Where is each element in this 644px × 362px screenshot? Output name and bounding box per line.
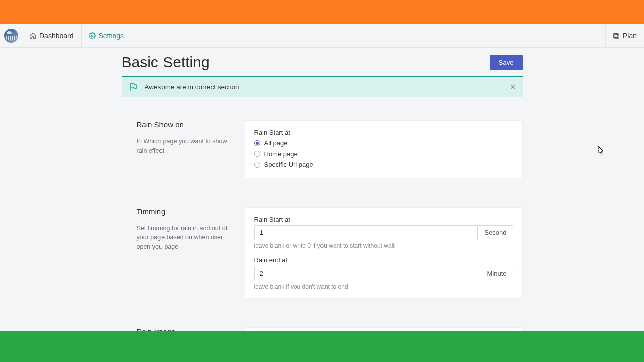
svg-rect-2 — [615, 35, 619, 39]
field-label: Rain Start at — [254, 129, 513, 136]
field-label: Rain Start at — [254, 216, 513, 223]
save-button[interactable]: Save — [490, 55, 523, 70]
section-rain-show: Rain Show on In Which page you want to s… — [122, 106, 523, 193]
field-label: Rain end at — [254, 256, 513, 264]
section-desc: In Which page you want to show rain effe… — [137, 137, 234, 156]
section-title: Rain Show on — [137, 120, 234, 129]
radio-icon — [254, 151, 260, 157]
rain-end-input[interactable] — [254, 266, 481, 281]
radio-label: Specific Url page — [264, 160, 313, 170]
page-title: Basic Setting — [122, 54, 210, 71]
nav-plan-label: Plan — [623, 32, 637, 40]
radio-home-page[interactable]: Home page — [254, 149, 513, 159]
svg-point-0 — [91, 35, 93, 37]
page-content: Basic Setting Save Awesome are in correc… — [122, 48, 523, 362]
nav-settings[interactable]: Settings — [82, 24, 132, 47]
help-text: leave blank if you don't want to end — [254, 283, 513, 290]
top-banner — [0, 0, 644, 24]
cursor-icon — [598, 146, 605, 156]
flag-icon — [129, 82, 138, 92]
nav-dashboard[interactable]: Dashboard — [22, 24, 82, 47]
input-suffix: Minute — [480, 266, 513, 281]
app-logo — [4, 29, 18, 43]
radio-specific-url[interactable]: Specific Url page — [254, 160, 513, 170]
help-text: leave blank or write 0 if you want to st… — [254, 242, 513, 249]
radio-label: Home page — [264, 149, 298, 159]
nav-dashboard-label: Dashboard — [39, 32, 74, 40]
section-title: Timming — [137, 207, 234, 216]
radio-all-page[interactable]: All page — [254, 138, 513, 148]
home-icon — [29, 32, 36, 39]
nav-plan[interactable]: Plan — [605, 24, 644, 47]
gear-icon — [89, 32, 96, 39]
nav-settings-label: Settings — [99, 32, 124, 40]
close-icon[interactable]: × — [510, 82, 516, 92]
radio-label: All page — [264, 138, 288, 148]
radio-icon — [254, 162, 260, 168]
section-timing: Timming Set timming for rain in and out … — [122, 193, 523, 313]
notice-text: Awesome are in correct section — [145, 83, 503, 91]
plan-icon — [613, 32, 620, 39]
radio-icon — [254, 140, 260, 146]
bottom-banner — [0, 331, 644, 362]
notice-banner: Awesome are in correct section × — [122, 76, 523, 97]
radio-group-rain-show: All page Home page Specific Url page — [254, 138, 513, 170]
section-desc: Set timming for rain in and out of your … — [137, 224, 234, 252]
svg-rect-1 — [614, 33, 618, 37]
nav-bar: Dashboard Settings Plan — [0, 24, 644, 48]
rain-start-input[interactable] — [254, 225, 478, 240]
page-header: Basic Setting Save — [122, 54, 523, 71]
input-suffix: Second — [478, 225, 513, 240]
